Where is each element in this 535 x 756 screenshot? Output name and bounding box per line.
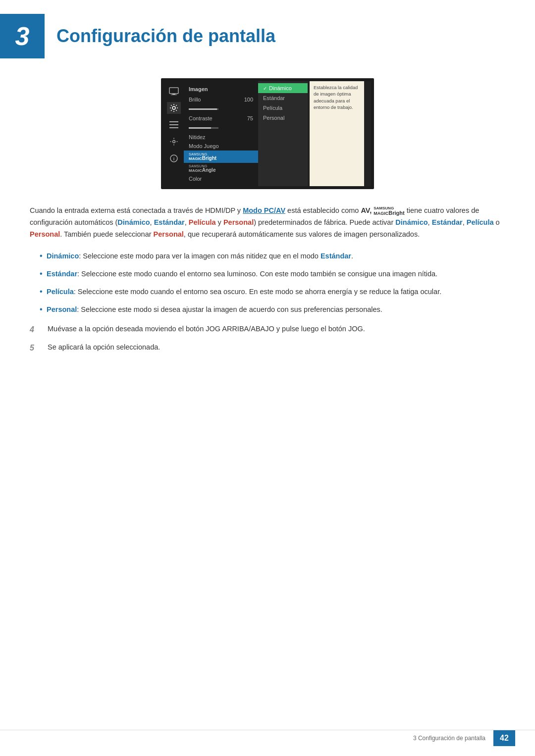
menu-icon-display (167, 85, 181, 97)
page-footer: 3 Configuración de pantalla 42 (0, 730, 535, 746)
estandar-ref-2: Estándar (432, 218, 463, 226)
submenu-item-personal: Personal (258, 113, 308, 123)
menu-item-nitidez: Nitidez (184, 133, 258, 142)
menu-item-contraste: Contraste 75 (184, 114, 258, 123)
menu-icons: i (164, 81, 184, 186)
dinamico-ref-1: Dinámico (117, 218, 150, 226)
chapter-number: 3 (15, 21, 30, 51)
menu-panel: Imagen Brillo 100 Contraste (184, 81, 258, 186)
submenu-item-estandar: Estándar (258, 93, 308, 103)
step-item-4: 4 Muévase a la opción deseada moviendo e… (30, 323, 505, 336)
bullet-dinamico-label: Dinámico (47, 252, 79, 260)
monitor-screenshot: i Imagen Brillo 100 (30, 78, 505, 189)
bullet-dinamico-estandar-ref: Estándar (321, 252, 351, 260)
menu-item-value-contraste: 75 (247, 115, 253, 121)
step-list: 4 Muévase a la opción deseada moviendo e… (30, 323, 505, 354)
menu-icon-info: i (167, 152, 181, 164)
menu-item-label-magic-bright: SAMSUNG MAGICBright (189, 152, 216, 161)
modo-pcav-link: Modo PC/AV (243, 206, 285, 214)
bullet-personal-label: Personal (47, 305, 77, 313)
step-number-5: 5 (30, 342, 40, 354)
svg-point-3 (172, 106, 175, 109)
personal-ref-2: Personal (30, 230, 60, 238)
page-header: 3 Configuración de pantalla (0, 0, 535, 68)
body-paragraph-1: Cuando la entrada externa está conectada… (30, 205, 505, 241)
brillo-bar-container (184, 104, 258, 114)
tooltip-box: Establezca la calidad de imagen óptima a… (310, 81, 364, 186)
step-text-5: Se aplicará la opción seleccionada. (48, 342, 160, 354)
submenu-item-pelicula: Película (258, 103, 308, 113)
pelicula-ref-1: Película (189, 218, 216, 226)
dinamico-ref-2: Dinámico (395, 218, 428, 226)
brillo-bar-fill (189, 108, 217, 110)
submenu-panel: Dinámico Estándar Película Personal (258, 81, 308, 186)
estandar-ref-1: Estándar (154, 218, 185, 226)
bullet-list: Dinámico: Seleccione este modo para ver … (40, 251, 505, 316)
step-item-5: 5 Se aplicará la opción seleccionada. (30, 342, 505, 354)
svg-rect-1 (172, 94, 175, 95)
contraste-bar (189, 127, 218, 129)
page-title: Configuración de pantalla (56, 26, 275, 47)
contraste-bar-container (184, 123, 258, 133)
step-text-4: Muévase a la opción deseada moviendo el … (48, 323, 365, 336)
footer-section-label: 3 Configuración de pantalla (413, 735, 485, 742)
svg-point-7 (173, 141, 175, 143)
menu-item-modo-juego: Modo Juego (184, 142, 258, 151)
bullet-item-pelicula: Película: Seleccione este modo cuando el… (40, 286, 505, 298)
menu-item-magic-angle: SAMSUNG MAGICAngle (184, 163, 258, 174)
personal-ref-1: Personal (223, 218, 254, 226)
monitor-image: i Imagen Brillo 100 (161, 78, 374, 189)
menu-item-label-color: Color (189, 176, 202, 182)
brillo-bar (189, 108, 218, 110)
menu-item-value-brillo: 100 (244, 97, 253, 102)
menu-item-brillo: Brillo 100 (184, 95, 258, 104)
menu-item-label-modo-juego: Modo Juego (189, 143, 219, 149)
menu-section-title: Imagen (184, 84, 258, 95)
contraste-bar-fill (189, 127, 211, 129)
svg-rect-2 (171, 95, 177, 95)
footer-page-number: 42 (493, 730, 515, 746)
menu-icon-gear (167, 136, 181, 148)
menu-item-magic-bright: SAMSUNG MAGICBright (184, 151, 258, 163)
bullet-estandar-label: Estándar (47, 270, 77, 278)
content-area: i Imagen Brillo 100 (0, 78, 535, 389)
menu-item-color: Color (184, 174, 258, 183)
svg-rect-5 (169, 124, 178, 125)
menu-item-label-brillo: Brillo (189, 97, 201, 102)
menu-item-label-contraste: Contraste (189, 115, 213, 121)
step-number-4: 4 (30, 323, 40, 336)
pelicula-ref-2: Película (467, 218, 494, 226)
av-bold: AV, (361, 206, 372, 214)
svg-rect-4 (169, 121, 178, 122)
bullet-pelicula-label: Película (47, 288, 74, 296)
svg-rect-6 (169, 127, 178, 128)
bullet-item-estandar: Estándar: Seleccione este modo cuando el… (40, 268, 505, 280)
menu-item-label-nitidez: Nitidez (189, 134, 206, 140)
menu-item-label-magic-angle: SAMSUNG MAGICAngle (189, 164, 215, 173)
personal-ref-3: Personal (154, 230, 184, 238)
chapter-number-box: 3 (0, 14, 45, 58)
magic-bright-inline: SAMSUNGMAGICBright (374, 206, 404, 216)
menu-icon-settings (167, 102, 181, 114)
submenu-item-dinamico: Dinámico (258, 83, 308, 93)
bullet-item-personal: Personal: Seleccione este modo si desea … (40, 304, 505, 316)
menu-icon-lines (167, 119, 181, 131)
bullet-item-dinamico: Dinámico: Seleccione este modo para ver … (40, 251, 505, 262)
svg-text:i: i (173, 156, 175, 161)
svg-rect-0 (169, 88, 178, 94)
